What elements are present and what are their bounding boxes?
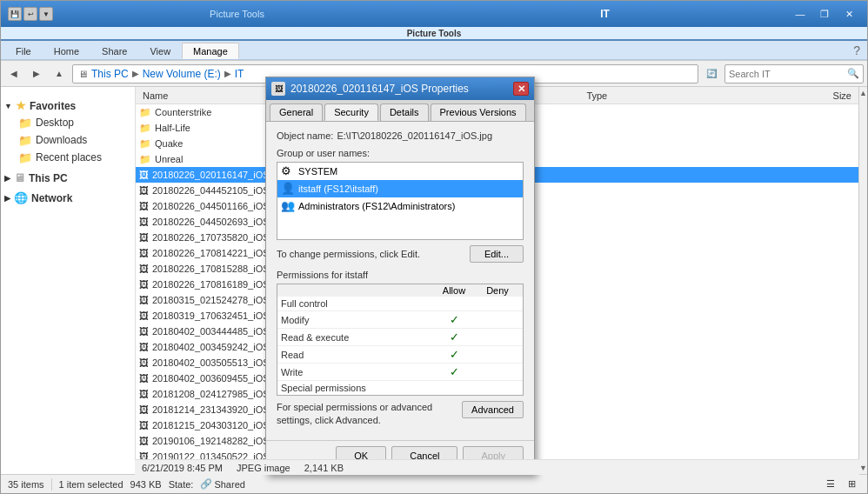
scroll-down-icon[interactable]: ▼ <box>859 464 867 472</box>
tab-share[interactable]: Share <box>90 43 138 59</box>
sidebar-thispc-header[interactable]: ▶ 🖥 This PC <box>1 170 135 186</box>
quick-undo-icon[interactable]: ↩ <box>23 7 37 21</box>
up-button[interactable]: ▲ <box>50 64 69 83</box>
network-label: Network <box>31 192 72 204</box>
sidebar-favorites-header[interactable]: ▼ ★ Favorites <box>1 97 135 114</box>
quick-menu-icon[interactable]: ▼ <box>39 7 53 21</box>
favorites-label: Favorites <box>30 100 76 112</box>
perm-readexec-label: Read & execute <box>281 332 432 343</box>
thispc-computer-icon: 🖥 <box>14 171 25 184</box>
image-file-icon: 🖼 <box>139 342 149 352</box>
tab-manage[interactable]: Manage <box>182 43 239 59</box>
downloads-folder-icon: 📁 <box>18 133 32 147</box>
forward-button[interactable]: ▶ <box>27 64 46 83</box>
recent-folder-icon: 📁 <box>18 150 32 164</box>
title-bar-quick-access: 💾 ↩ ▼ <box>8 7 53 21</box>
window-controls: — ❐ ✕ <box>789 5 860 23</box>
back-button[interactable]: ◀ <box>4 64 23 83</box>
perm-row-readexec: Read & execute ✓ <box>277 329 523 346</box>
folder-icon: 📁 <box>139 107 151 118</box>
thispc-icon: 🖥 <box>78 69 88 79</box>
sidebar-network-section: ▶ 🌐 Network <box>1 190 135 206</box>
tab-previous-versions[interactable]: Previous Versions <box>431 103 526 121</box>
quick-save-icon[interactable]: 💾 <box>8 7 22 21</box>
col-header-type[interactable]: Type <box>583 90 762 101</box>
sidebar-item-recent[interactable]: 📁 Recent places <box>1 149 135 166</box>
advanced-row: For special permissions or advanced sett… <box>277 401 524 428</box>
sidebar-favorites: ▼ ★ Favorites 📁 Desktop 📁 Downloads 📁 Re… <box>1 97 135 166</box>
close-button[interactable]: ✕ <box>838 5 860 23</box>
help-icon[interactable]: ? <box>853 43 860 57</box>
properties-dialog: 🖼 20180226_020116147_iOS Properties ✕ Ge… <box>265 77 535 475</box>
perm-readexec-allow: ✓ <box>432 330 476 344</box>
perm-col-name-header <box>281 285 432 296</box>
image-file-icon: 🖼 <box>139 185 149 196</box>
edit-note: To change permissions, click Edit. <box>277 249 420 259</box>
tab-general[interactable]: General <box>270 103 323 121</box>
permissions-header: Permissions for itstaff <box>277 270 524 280</box>
dialog-close-button[interactable]: ✕ <box>513 82 529 96</box>
scroll-up-icon[interactable]: ▲ <box>859 89 867 97</box>
view-controls: ☰ ⊞ <box>822 477 860 492</box>
edit-button[interactable]: Edit... <box>470 245 524 263</box>
jpg-file-icon: 🖼 <box>139 389 149 399</box>
user-row-itstaff[interactable]: 👤 itstaff (FS12\itstaff) <box>277 180 523 197</box>
search-box: 🔍 <box>724 64 864 83</box>
selected-size: 943 KB <box>130 479 162 490</box>
tab-details[interactable]: Details <box>380 103 429 121</box>
cancel-button[interactable]: Cancel <box>391 446 457 465</box>
sidebar: ▼ ★ Favorites 📁 Desktop 📁 Downloads 📁 Re… <box>1 87 136 474</box>
desktop-label: Desktop <box>36 117 74 129</box>
path-thispc[interactable]: This PC <box>91 68 129 80</box>
status-separator <box>51 478 52 491</box>
perm-write-allow: ✓ <box>432 365 476 378</box>
perm-write-label: Write <box>281 367 432 377</box>
perm-row-fullcontrol: Full control <box>277 297 523 311</box>
edit-row: To change permissions, click Edit. Edit.… <box>277 245 524 263</box>
image-file-icon: 🖼 <box>139 404 149 415</box>
network-net-icon: 🌐 <box>14 191 28 204</box>
shared-icon: 🔗 <box>200 478 212 490</box>
permissions-table: Allow Deny Full control Modify ✓ <box>277 284 524 396</box>
tab-file[interactable]: File <box>4 43 43 59</box>
maximize-button[interactable]: ❐ <box>813 5 836 23</box>
folder-icon: 📁 <box>139 154 151 165</box>
search-input[interactable] <box>729 69 847 79</box>
downloads-label: Downloads <box>36 134 87 146</box>
col-header-size[interactable]: Size <box>762 90 855 101</box>
tiles-view-button[interactable]: ⊞ <box>843 477 860 492</box>
picture-tools-bar: Picture Tools <box>1 27 867 41</box>
folder-icon: 📁 <box>139 138 151 150</box>
advanced-button[interactable]: Advanced <box>462 401 524 418</box>
user-row-admins[interactable]: 👥 Administrators (FS12\Administrators) <box>277 197 523 215</box>
itstaff-user-icon: 👤 <box>281 182 295 196</box>
state-value: Shared <box>214 479 244 490</box>
tab-security[interactable]: Security <box>324 103 378 121</box>
tab-view[interactable]: View <box>138 43 182 59</box>
user-row-system[interactable]: ⚙ SYSTEM <box>277 163 523 180</box>
sidebar-network-header[interactable]: ▶ 🌐 Network <box>1 190 135 206</box>
sidebar-item-desktop[interactable]: 📁 Desktop <box>1 114 135 131</box>
thispc-arrow-icon: ▶ <box>4 174 10 183</box>
ok-button[interactable]: OK <box>336 446 386 465</box>
path-it[interactable]: IT <box>235 68 244 80</box>
refresh-button[interactable]: 🔄 <box>702 64 721 83</box>
admin-user-icon: 👥 <box>281 199 295 213</box>
apply-button[interactable]: Apply <box>463 446 524 465</box>
sidebar-thispc-section: ▶ 🖥 This PC <box>1 170 135 186</box>
image-file-icon: 🖼 <box>139 451 149 462</box>
minimize-button[interactable]: — <box>789 5 811 23</box>
object-name-label: Object name: <box>277 130 333 141</box>
object-name-value: E:\IT\20180226_020116147_iOS.jpg <box>337 130 492 141</box>
vertical-scrollbar[interactable]: ▲ ▼ <box>858 87 867 474</box>
path-volume[interactable]: New Volume (E:) <box>143 68 221 80</box>
sidebar-item-downloads[interactable]: 📁 Downloads <box>1 131 135 149</box>
image-file-icon: 🖼 <box>139 373 149 384</box>
folder-icon: 📁 <box>139 123 151 134</box>
perm-col-deny-header: Deny <box>476 285 519 296</box>
dialog-footer: OK Cancel Apply <box>266 440 534 474</box>
status-bar: 35 items 1 item selected 943 KB State: 🔗… <box>1 474 867 493</box>
tab-home[interactable]: Home <box>43 43 90 59</box>
details-view-button[interactable]: ☰ <box>822 477 839 492</box>
dialog-body: Object name: E:\IT\20180226_020116147_iO… <box>266 122 534 437</box>
